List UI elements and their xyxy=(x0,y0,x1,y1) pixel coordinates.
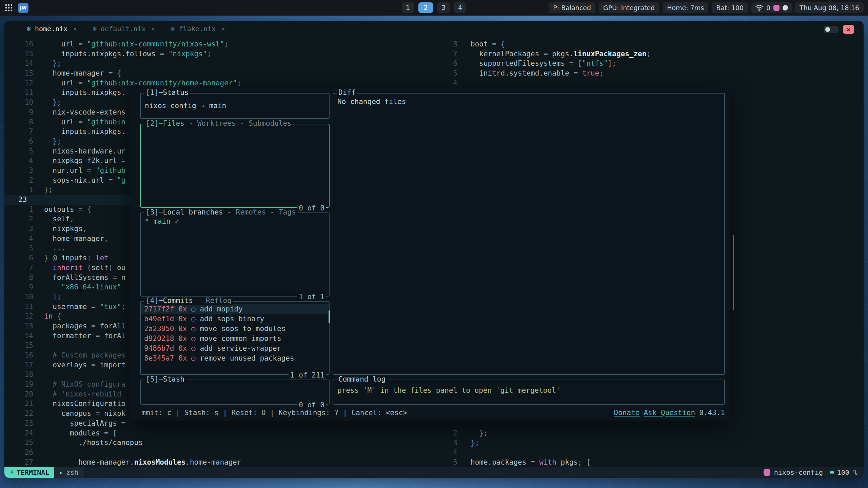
code-line: 15 inputs.nixpkgs.follows = "nixpkgs"; xyxy=(4,49,443,59)
lazygit-commits-panel[interactable]: [4]─Commits - Reflog 2717f2f 0x ○ add mo… xyxy=(140,301,330,375)
workspace-4[interactable]: 4 xyxy=(454,2,466,13)
buffer-tabbar: ❄ home.nix × ❄ default.nix × ❄ flake.nix… xyxy=(4,21,864,37)
app-badge[interactable]: JW xyxy=(18,3,28,13)
terminal-mode-icon: ⚡ xyxy=(9,469,14,476)
lazygit-overlay: [1]─Status nixos-config → main [2]─Files… xyxy=(130,88,730,421)
mode-label: TERMINAL xyxy=(17,468,49,476)
line-number: 13 xyxy=(4,321,33,331)
keybindings-hint: mmit: c | Stash: s | Reset: D | Keybindi… xyxy=(141,408,407,418)
tab-default-nix[interactable]: ❄ default.nix × xyxy=(92,25,155,33)
code-line: 2 }; xyxy=(443,428,864,438)
line-number: 4 xyxy=(4,234,33,244)
workspace-switcher: 1 2 3 4 xyxy=(402,2,466,13)
close-tab-icon[interactable]: × xyxy=(73,25,77,33)
line-number: 18 xyxy=(4,370,33,380)
topbar: JW 1 2 3 4 P: Balanced GPU: Integrated H… xyxy=(0,0,868,16)
code-line: 12 url = "github:nix-community/home-mana… xyxy=(4,78,443,88)
power-profile-indicator: P: Balanced xyxy=(549,2,595,13)
panel-title: [2]─Files - Worktrees - Submodules xyxy=(144,119,293,127)
commits-list: 2717f2f 0x ○ add mopidyb49ef1d 0x ○ add … xyxy=(141,302,329,363)
commits-scrollbar[interactable] xyxy=(329,310,330,323)
line-number: 22 xyxy=(4,409,33,419)
line-number: 5 xyxy=(4,243,33,253)
line-number: 3 xyxy=(4,224,33,234)
workspace-1[interactable]: 1 xyxy=(402,2,414,13)
line-number: 6 xyxy=(4,137,33,146)
lazygit-branches-panel[interactable]: [3]─Local branches - Remotes - Tags * ma… xyxy=(140,212,330,297)
line-number: 8 xyxy=(443,39,457,49)
tray-pink-icon[interactable] xyxy=(773,5,780,11)
close-tab-icon[interactable]: × xyxy=(221,25,225,33)
tab-flake-nix[interactable]: ❄ flake.nix × xyxy=(170,25,225,33)
workspace-2-active[interactable]: 2 xyxy=(418,2,433,13)
tab-home-nix[interactable]: ❄ home.nix × xyxy=(26,25,77,33)
code-line: 6 supportedFilesystems = ["ntfs"]; xyxy=(443,59,864,68)
lazygit-files-panel[interactable]: [2]─Files - Worktrees - Submodules 0 of … xyxy=(140,124,330,208)
commit-row[interactable]: 2717f2f 0x ○ add mopidy xyxy=(141,304,329,314)
commit-row[interactable]: 9486b7d 0x ○ add service-wrapper xyxy=(141,344,329,353)
line-number: 23 xyxy=(4,195,19,205)
line-number: 1 xyxy=(4,185,33,195)
nix-snowflake-icon: ❄ xyxy=(26,25,32,33)
line-number: 2 xyxy=(4,176,33,185)
panel-title: [4]─Commits - Reflog xyxy=(144,297,233,305)
panel-title: [5]─Stash xyxy=(144,375,186,383)
commit-row[interactable]: 8e345a7 0x ○ remove unused packages xyxy=(141,353,329,363)
line-number: 15 xyxy=(4,49,33,59)
scroll-percent: 100 % xyxy=(837,468,857,476)
line-number: 26 xyxy=(4,448,33,458)
shell-tab[interactable]: ▸ zsh xyxy=(54,467,84,478)
line-number: 2 xyxy=(443,428,457,438)
lazygit-stash-panel[interactable]: [5]─Stash 0 of 0 xyxy=(140,380,330,405)
battery-indicator: Bat: 100 xyxy=(712,2,748,13)
line-number: 6 xyxy=(4,253,33,263)
line-number: 12 xyxy=(4,311,33,321)
donate-link[interactable]: Donate xyxy=(614,408,640,418)
line-number: 5 xyxy=(443,458,457,467)
line-number: 20 xyxy=(4,389,33,399)
code-line: 13 home-manager = { xyxy=(4,68,443,78)
line-number: 3 xyxy=(4,166,33,176)
line-number: 12 xyxy=(4,78,33,88)
code-line: 7 kernelPackages = pkgs.linuxPackages_ze… xyxy=(443,49,864,59)
line-number: 11 xyxy=(4,302,33,312)
statusline: ⚡ TERMINAL ▸ zsh nixos-config ≡ 100 % xyxy=(4,467,864,478)
prompt-icon: ▸ xyxy=(60,469,63,476)
line-number: 5 xyxy=(443,68,457,78)
line-number: 10 xyxy=(4,292,33,302)
line-number: 27 xyxy=(4,458,33,467)
right-editor-pane-bottom[interactable]: 2 };3};45home.packages = with pkgs; [ xyxy=(443,428,864,467)
code-line: 5 initrd.systemd.enable = true; xyxy=(443,68,864,78)
apps-grid-icon[interactable] xyxy=(4,3,13,12)
commit-row[interactable]: d920218 0x ○ move common imports xyxy=(141,334,329,344)
line-number: 10 xyxy=(4,98,33,107)
code-line: 14 }; xyxy=(4,59,443,68)
close-tab-icon[interactable]: × xyxy=(151,25,155,33)
line-number: 14 xyxy=(4,59,33,68)
line-number: 9 xyxy=(4,107,33,117)
line-number: 24 xyxy=(4,428,33,438)
lazygit-command-log-panel[interactable]: Command log press 'M' in the files panel… xyxy=(333,380,725,405)
line-number: 19 xyxy=(4,380,33,389)
panel-title: Command log xyxy=(337,375,387,383)
commit-row[interactable]: b49ef1d 0x ○ add sops binary xyxy=(141,314,329,324)
right-editor-pane-top[interactable]: 8boot = {7 kernelPackages = pkgs.linuxPa… xyxy=(443,37,864,88)
line-number: 7 xyxy=(4,263,33,273)
workspace-3[interactable]: 3 xyxy=(437,2,450,13)
commit-row[interactable]: 2a23950 0x ○ move sops to modules xyxy=(141,324,329,334)
tray-light-icon[interactable] xyxy=(783,5,788,11)
line-number: 3 xyxy=(443,438,457,448)
lazygit-diff-panel[interactable]: Diff No changed files xyxy=(333,93,725,375)
ask-question-link[interactable]: Ask Question xyxy=(644,408,695,418)
close-window-button[interactable]: × xyxy=(843,25,854,34)
system-tray: 0 xyxy=(751,2,792,13)
code-line: 27 home-manager.nixosModules.home-manage… xyxy=(4,458,443,467)
toggle-switch[interactable] xyxy=(824,26,839,33)
panel-count: 1 of 211 xyxy=(289,371,326,379)
editor-scrollbar[interactable] xyxy=(733,235,734,310)
clock: Thu Aug 08, 18:16 xyxy=(795,2,864,13)
line-number: 8 xyxy=(4,273,33,283)
lazygit-status-panel[interactable]: [1]─Status nixos-config → main xyxy=(140,93,330,119)
line-number: 4 xyxy=(443,448,457,458)
wifi-icon[interactable] xyxy=(755,4,763,11)
